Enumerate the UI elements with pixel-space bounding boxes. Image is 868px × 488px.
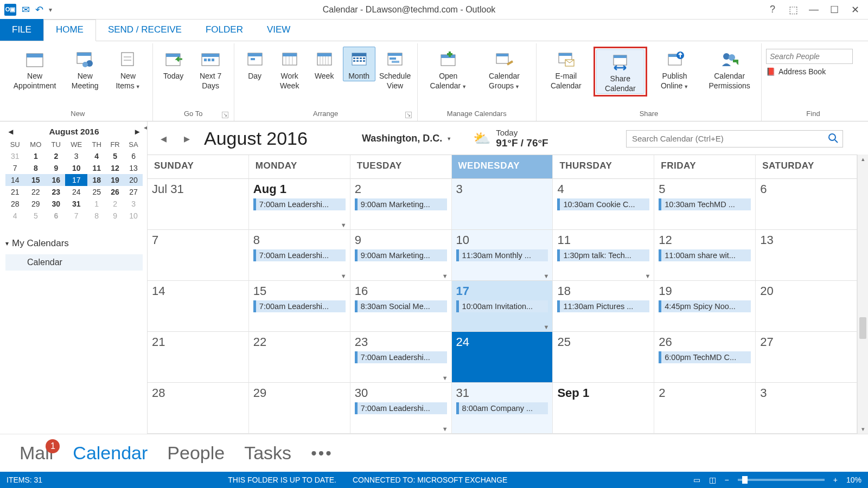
mini-day[interactable]: 15	[24, 174, 47, 186]
day-cell[interactable]: 168:30am Social Me...	[350, 281, 452, 332]
scroll-down-icon[interactable]: ▾	[858, 426, 868, 433]
mini-day[interactable]: 7	[65, 210, 87, 222]
day-button[interactable]: Day	[239, 47, 271, 81]
mini-day[interactable]: 2	[47, 150, 65, 162]
mini-day[interactable]: 1	[24, 150, 47, 162]
location-selector[interactable]: Washington, D.C.▼	[362, 133, 451, 144]
my-calendars-header[interactable]: ▾My Calendars	[5, 236, 143, 251]
mini-day[interactable]: 19	[106, 174, 124, 186]
mini-day[interactable]: 8	[87, 210, 106, 222]
mini-day[interactable]: 5	[106, 150, 124, 162]
share-calendar-button[interactable]: Share Calendar	[596, 49, 644, 94]
new-items-button[interactable]: New Items▼	[108, 47, 148, 92]
view-normal-icon[interactable]: ▭	[693, 476, 700, 484]
mini-day[interactable]: 1	[87, 198, 106, 210]
day-cell[interactable]: 1811:30am Pictures ...	[553, 281, 654, 332]
tab-home[interactable]: HOME	[43, 20, 96, 41]
day-cell[interactable]: Sep 1	[553, 383, 654, 434]
day-cell[interactable]: 24	[452, 332, 553, 383]
event[interactable]: 7:00am Leadershi...	[253, 249, 346, 261]
day-cell[interactable]: 2	[654, 383, 756, 434]
scrollbar-thumb[interactable]	[859, 317, 866, 339]
dialog-launcher-icon[interactable]: ↘	[222, 112, 228, 118]
day-cell[interactable]: 87:00am Leadershi...▼	[249, 230, 350, 281]
event[interactable]: 10:00am Invitation...	[456, 300, 548, 312]
day-cell[interactable]: 410:30am Cookie C...	[553, 179, 654, 230]
search-icon[interactable]	[828, 133, 839, 144]
more-events-icon[interactable]: ▼	[341, 222, 347, 228]
more-events-icon[interactable]: ▼	[442, 426, 448, 432]
tab-folder[interactable]: FOLDER	[194, 20, 255, 41]
day-cell[interactable]: 318:00am Company ...	[452, 383, 553, 434]
maximize-button[interactable]: ☐	[828, 4, 841, 16]
address-book-button[interactable]: 📕Address Book	[766, 67, 853, 76]
ribbon-options-icon[interactable]: ⬚	[787, 4, 800, 16]
calendar-item[interactable]: Calendar	[5, 254, 143, 271]
event[interactable]: 7:00am Leadershi...	[355, 402, 447, 414]
mini-day[interactable]: 8	[24, 162, 47, 174]
zoom-out-icon[interactable]: −	[725, 476, 729, 484]
day-cell[interactable]: Jul 31	[148, 179, 249, 230]
day-cell[interactable]: 7	[148, 230, 249, 281]
mini-day[interactable]: 4	[87, 150, 106, 162]
day-cell[interactable]: 510:30am TechMD ...	[654, 179, 756, 230]
mini-prev-month[interactable]: ◂	[9, 127, 13, 137]
event[interactable]: 4:45pm Spicy Noo...	[659, 300, 751, 312]
event[interactable]: 10:30am Cookie C...	[557, 198, 649, 210]
mini-day[interactable]: 9	[106, 210, 124, 222]
event[interactable]: 8:00am Company ...	[456, 402, 548, 414]
month-button[interactable]: Month	[343, 47, 375, 81]
mini-day[interactable]: 6	[47, 210, 65, 222]
mini-day[interactable]: 4	[5, 210, 24, 222]
month-grid[interactable]: SUNDAYMONDAYTUESDAYWEDNESDAYTHURSDAYFRID…	[148, 155, 857, 434]
mini-next-month[interactable]: ▸	[135, 127, 139, 137]
more-events-icon[interactable]: ▼	[644, 273, 650, 279]
mini-day[interactable]: 31	[65, 198, 87, 210]
more-events-icon[interactable]: ▼	[442, 273, 448, 279]
day-cell[interactable]: 27	[756, 332, 857, 383]
next-month-button[interactable]: ▸	[181, 132, 193, 146]
mini-day[interactable]: 17	[65, 174, 87, 186]
work-week-button[interactable]: Work Week	[273, 47, 306, 91]
event[interactable]: 9:00am Marketing...	[355, 198, 447, 210]
event[interactable]: 10:30am TechMD ...	[659, 198, 751, 210]
more-events-icon[interactable]: ▼	[544, 324, 550, 330]
day-cell[interactable]: 20	[756, 281, 857, 332]
mini-day[interactable]: 28	[5, 198, 24, 210]
mini-day[interactable]: 23	[47, 186, 65, 198]
day-cell[interactable]: 3	[452, 179, 553, 230]
day-cell[interactable]: 28	[148, 383, 249, 434]
day-cell[interactable]: 194:45pm Spicy Noo...	[654, 281, 756, 332]
scroll-up-icon[interactable]: ▴	[858, 156, 868, 163]
day-cell[interactable]: 13	[756, 230, 857, 281]
day-cell[interactable]: 1211:00am share wit...	[654, 230, 756, 281]
event[interactable]: 9:00am Marketing...	[355, 249, 447, 261]
event[interactable]: 7:00am Leadershi...	[355, 351, 447, 363]
mini-day[interactable]: 27	[124, 186, 143, 198]
nav-people[interactable]: People	[167, 442, 225, 464]
event[interactable]: 8:30am Social Me...	[355, 300, 447, 312]
mini-day[interactable]: 13	[124, 162, 143, 174]
search-calendar-input[interactable]	[626, 130, 843, 147]
mini-day[interactable]: 12	[106, 162, 124, 174]
mini-day[interactable]: 25	[87, 186, 106, 198]
mini-day[interactable]: 11	[87, 162, 106, 174]
help-icon[interactable]: ?	[766, 4, 779, 16]
next-7-days-button[interactable]: Next 7 Days	[192, 47, 229, 91]
day-cell[interactable]: 21	[148, 332, 249, 383]
prev-month-button[interactable]: ◂	[157, 132, 170, 146]
event[interactable]: 7:00am Leadershi...	[253, 300, 346, 312]
open-calendar-button[interactable]: Open Calendar▼	[422, 47, 475, 92]
mini-day[interactable]: 24	[65, 186, 87, 198]
send-receive-icon[interactable]: ✉	[22, 4, 30, 16]
nav-mail[interactable]: Mail1	[20, 442, 53, 464]
mini-day[interactable]: 10	[124, 210, 143, 222]
event[interactable]: 7:00am Leadershi...	[253, 198, 346, 210]
nav-calendar[interactable]: Calendar	[73, 442, 148, 464]
day-cell[interactable]: 266:00pm TechMD C...	[654, 332, 756, 383]
day-cell[interactable]: 99:00am Marketing...▼	[350, 230, 452, 281]
day-cell[interactable]: 111:30pm talk: Tech...▼	[553, 230, 654, 281]
event[interactable]: 11:30am Monthly ...	[456, 249, 548, 261]
dialog-launcher-icon[interactable]: ↘	[405, 112, 412, 118]
mini-day[interactable]: 31	[5, 150, 24, 162]
